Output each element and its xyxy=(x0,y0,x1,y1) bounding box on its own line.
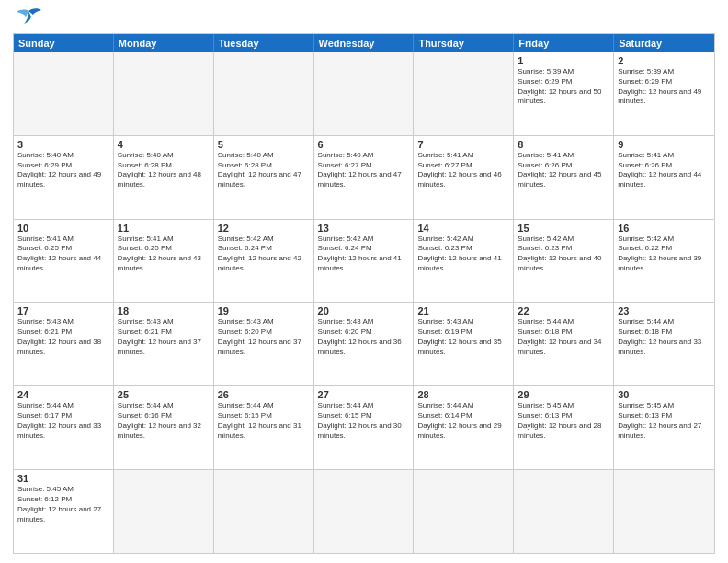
day-info: Sunrise: 5:43 AMSunset: 6:21 PMDaylight:… xyxy=(118,317,210,357)
calendar-row-0: 1Sunrise: 5:39 AMSunset: 6:29 PMDaylight… xyxy=(14,52,714,136)
day-header-monday: Monday xyxy=(114,34,214,52)
day-info: Sunrise: 5:44 AMSunset: 6:15 PMDaylight:… xyxy=(218,401,310,441)
calendar-cell-21: 21Sunrise: 5:43 AMSunset: 6:19 PMDayligh… xyxy=(414,303,514,385)
calendar-cell-14: 14Sunrise: 5:42 AMSunset: 6:23 PMDayligh… xyxy=(414,220,514,303)
day-number: 23 xyxy=(618,305,711,316)
day-info: Sunrise: 5:39 AMSunset: 6:29 PMDaylight:… xyxy=(518,67,609,107)
day-number: 17 xyxy=(17,305,109,316)
day-info: Sunrise: 5:42 AMSunset: 6:22 PMDaylight:… xyxy=(618,235,711,274)
day-number: 1 xyxy=(518,55,609,66)
day-number: 29 xyxy=(518,389,609,400)
calendar-cell-empty xyxy=(514,470,614,553)
day-number: 14 xyxy=(417,223,509,234)
day-header-saturday: Saturday xyxy=(614,34,714,52)
day-number: 9 xyxy=(618,139,711,150)
day-number: 25 xyxy=(118,389,210,400)
calendar-cell-1: 1Sunrise: 5:39 AMSunset: 6:29 PMDaylight… xyxy=(514,52,614,135)
day-number: 12 xyxy=(218,223,310,234)
day-number: 2 xyxy=(618,55,711,66)
day-number: 20 xyxy=(318,305,410,316)
calendar-cell-empty xyxy=(114,470,214,553)
calendar-cell-empty xyxy=(314,470,415,553)
day-number: 26 xyxy=(218,389,310,400)
calendar-row-1: 3Sunrise: 5:40 AMSunset: 6:29 PMDaylight… xyxy=(14,136,714,220)
calendar-cell-19: 19Sunrise: 5:43 AMSunset: 6:20 PMDayligh… xyxy=(214,303,314,385)
calendar-cell-empty xyxy=(114,52,214,135)
day-number: 13 xyxy=(318,223,410,234)
day-info: Sunrise: 5:43 AMSunset: 6:20 PMDaylight:… xyxy=(318,317,410,357)
day-info: Sunrise: 5:43 AMSunset: 6:19 PMDaylight:… xyxy=(417,317,509,357)
calendar-cell-17: 17Sunrise: 5:43 AMSunset: 6:21 PMDayligh… xyxy=(14,303,114,385)
day-info: Sunrise: 5:44 AMSunset: 6:18 PMDaylight:… xyxy=(518,317,609,357)
calendar-cell-25: 25Sunrise: 5:44 AMSunset: 6:16 PMDayligh… xyxy=(114,386,214,469)
calendar-cell-24: 24Sunrise: 5:44 AMSunset: 6:17 PMDayligh… xyxy=(14,386,114,469)
day-header-tuesday: Tuesday xyxy=(214,34,314,52)
day-info: Sunrise: 5:45 AMSunset: 6:12 PMDaylight:… xyxy=(17,485,109,524)
calendar-cell-7: 7Sunrise: 5:41 AMSunset: 6:27 PMDaylight… xyxy=(414,136,514,219)
calendar-cell-18: 18Sunrise: 5:43 AMSunset: 6:21 PMDayligh… xyxy=(114,303,214,385)
calendar-row-2: 10Sunrise: 5:41 AMSunset: 6:25 PMDayligh… xyxy=(14,220,714,304)
calendar-cell-empty xyxy=(414,52,514,135)
calendar-cell-22: 22Sunrise: 5:44 AMSunset: 6:18 PMDayligh… xyxy=(514,303,614,385)
logo xyxy=(13,9,42,28)
day-info: Sunrise: 5:44 AMSunset: 6:14 PMDaylight:… xyxy=(417,401,509,441)
calendar-cell-empty xyxy=(214,52,314,135)
day-info: Sunrise: 5:42 AMSunset: 6:23 PMDaylight:… xyxy=(417,235,509,274)
day-info: Sunrise: 5:45 AMSunset: 6:13 PMDaylight:… xyxy=(618,401,711,441)
calendar-cell-15: 15Sunrise: 5:42 AMSunset: 6:23 PMDayligh… xyxy=(514,220,614,303)
day-info: Sunrise: 5:44 AMSunset: 6:18 PMDaylight:… xyxy=(618,317,711,357)
day-info: Sunrise: 5:42 AMSunset: 6:24 PMDaylight:… xyxy=(318,235,410,274)
day-number: 5 xyxy=(218,139,310,150)
calendar-cell-6: 6Sunrise: 5:40 AMSunset: 6:27 PMDaylight… xyxy=(314,136,415,219)
day-info: Sunrise: 5:40 AMSunset: 6:28 PMDaylight:… xyxy=(218,151,310,190)
calendar-cell-29: 29Sunrise: 5:45 AMSunset: 6:13 PMDayligh… xyxy=(514,386,614,469)
calendar-cell-3: 3Sunrise: 5:40 AMSunset: 6:29 PMDaylight… xyxy=(14,136,114,219)
day-number: 28 xyxy=(417,389,509,400)
day-number: 4 xyxy=(118,139,210,150)
calendar-cell-13: 13Sunrise: 5:42 AMSunset: 6:24 PMDayligh… xyxy=(314,220,415,303)
day-header-wednesday: Wednesday xyxy=(314,34,415,52)
day-info: Sunrise: 5:41 AMSunset: 6:26 PMDaylight:… xyxy=(618,151,711,190)
day-number: 31 xyxy=(17,473,109,484)
day-info: Sunrise: 5:41 AMSunset: 6:25 PMDaylight:… xyxy=(17,235,109,274)
day-number: 24 xyxy=(17,389,109,400)
day-number: 7 xyxy=(417,139,509,150)
day-info: Sunrise: 5:41 AMSunset: 6:25 PMDaylight:… xyxy=(118,235,210,274)
calendar-cell-empty xyxy=(614,470,714,553)
calendar-cell-31: 31Sunrise: 5:45 AMSunset: 6:12 PMDayligh… xyxy=(14,470,114,553)
day-info: Sunrise: 5:44 AMSunset: 6:16 PMDaylight:… xyxy=(118,401,210,441)
calendar-cell-23: 23Sunrise: 5:44 AMSunset: 6:18 PMDayligh… xyxy=(614,303,714,385)
day-number: 16 xyxy=(618,223,711,234)
day-number: 27 xyxy=(318,389,410,400)
calendar-cell-8: 8Sunrise: 5:41 AMSunset: 6:26 PMDaylight… xyxy=(514,136,614,219)
day-number: 21 xyxy=(417,305,509,316)
calendar-cell-11: 11Sunrise: 5:41 AMSunset: 6:25 PMDayligh… xyxy=(114,220,214,303)
calendar-cell-28: 28Sunrise: 5:44 AMSunset: 6:14 PMDayligh… xyxy=(414,386,514,469)
calendar-cell-10: 10Sunrise: 5:41 AMSunset: 6:25 PMDayligh… xyxy=(14,220,114,303)
calendar-cell-4: 4Sunrise: 5:40 AMSunset: 6:28 PMDaylight… xyxy=(114,136,214,219)
day-info: Sunrise: 5:43 AMSunset: 6:20 PMDaylight:… xyxy=(218,317,310,357)
day-number: 3 xyxy=(17,139,109,150)
calendar-header: SundayMondayTuesdayWednesdayThursdayFrid… xyxy=(14,34,714,52)
calendar-cell-20: 20Sunrise: 5:43 AMSunset: 6:20 PMDayligh… xyxy=(314,303,415,385)
day-info: Sunrise: 5:40 AMSunset: 6:29 PMDaylight:… xyxy=(17,151,109,190)
day-info: Sunrise: 5:41 AMSunset: 6:27 PMDaylight:… xyxy=(417,151,509,190)
calendar-row-3: 17Sunrise: 5:43 AMSunset: 6:21 PMDayligh… xyxy=(14,303,714,386)
day-info: Sunrise: 5:39 AMSunset: 6:29 PMDaylight:… xyxy=(618,67,711,107)
calendar-cell-16: 16Sunrise: 5:42 AMSunset: 6:22 PMDayligh… xyxy=(614,220,714,303)
calendar-cell-2: 2Sunrise: 5:39 AMSunset: 6:29 PMDaylight… xyxy=(614,52,714,135)
calendar-cell-5: 5Sunrise: 5:40 AMSunset: 6:28 PMDaylight… xyxy=(214,136,314,219)
page: SundayMondayTuesdayWednesdayThursdayFrid… xyxy=(0,0,728,563)
day-info: Sunrise: 5:44 AMSunset: 6:17 PMDaylight:… xyxy=(17,401,109,441)
day-info: Sunrise: 5:45 AMSunset: 6:13 PMDaylight:… xyxy=(518,401,609,441)
calendar-cell-empty xyxy=(314,52,415,135)
calendar-row-4: 24Sunrise: 5:44 AMSunset: 6:17 PMDayligh… xyxy=(14,386,714,470)
calendar-cell-12: 12Sunrise: 5:42 AMSunset: 6:24 PMDayligh… xyxy=(214,220,314,303)
day-number: 19 xyxy=(218,305,310,316)
day-number: 6 xyxy=(318,139,410,150)
calendar-cell-empty xyxy=(214,470,314,553)
day-number: 22 xyxy=(518,305,609,316)
day-info: Sunrise: 5:41 AMSunset: 6:26 PMDaylight:… xyxy=(518,151,609,190)
calendar-row-5: 31Sunrise: 5:45 AMSunset: 6:12 PMDayligh… xyxy=(14,470,714,553)
calendar-cell-empty xyxy=(414,470,514,553)
